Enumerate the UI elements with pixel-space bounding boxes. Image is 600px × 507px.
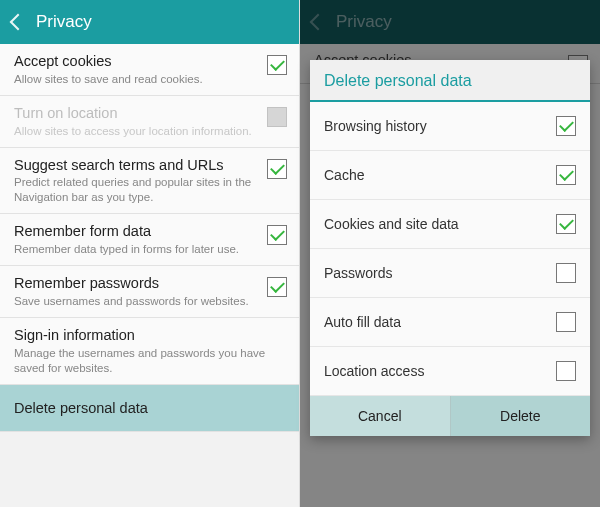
dialog-item-autofill[interactable]: Auto fill data (310, 298, 590, 347)
dialog-item-passwords[interactable]: Passwords (310, 249, 590, 298)
checkbox-icon[interactable] (556, 312, 576, 332)
setting-sub: Manage the usernames and passwords you h… (14, 346, 279, 376)
setting-title: Suggest search terms and URLs (14, 156, 259, 175)
privacy-settings-pane: Privacy Accept cookies Allow sites to sa… (0, 0, 300, 507)
setting-sub: Allow sites to access your location info… (14, 124, 259, 139)
page-title: Privacy (36, 12, 92, 32)
dialog-item-location-access[interactable]: Location access (310, 347, 590, 396)
setting-sub: Remember data typed in forms for later u… (14, 242, 259, 257)
dialog-title: Delete personal data (310, 60, 590, 102)
dialog-item-cookies[interactable]: Cookies and site data (310, 200, 590, 249)
checkbox-icon (267, 107, 287, 127)
settings-list: Accept cookies Allow sites to save and r… (0, 44, 299, 432)
checkbox-icon[interactable] (556, 214, 576, 234)
setting-title: Turn on location (14, 104, 259, 123)
setting-delete-personal-data[interactable]: Delete personal data (0, 385, 299, 433)
setting-title: Remember form data (14, 222, 259, 241)
checkbox-icon[interactable] (556, 263, 576, 283)
checkbox-icon[interactable] (556, 361, 576, 381)
setting-title: Delete personal data (14, 399, 279, 418)
checkbox-icon[interactable] (267, 277, 287, 297)
setting-accept-cookies[interactable]: Accept cookies Allow sites to save and r… (0, 44, 299, 96)
checkbox-icon[interactable] (267, 225, 287, 245)
setting-title: Sign-in information (14, 326, 279, 345)
checkbox-icon[interactable] (267, 55, 287, 75)
cancel-button[interactable]: Cancel (310, 396, 451, 436)
setting-remember-form-data[interactable]: Remember form data Remember data typed i… (0, 214, 299, 266)
checkbox-icon[interactable] (556, 165, 576, 185)
checkbox-icon[interactable] (267, 159, 287, 179)
back-icon[interactable] (10, 14, 27, 31)
dialog-item-browsing-history[interactable]: Browsing history (310, 102, 590, 151)
setting-remember-passwords[interactable]: Remember passwords Save usernames and pa… (0, 266, 299, 318)
setting-sub: Save usernames and passwords for website… (14, 294, 259, 309)
setting-suggest-search[interactable]: Suggest search terms and URLs Predict re… (0, 148, 299, 215)
dialog-item-label: Auto fill data (324, 314, 556, 330)
setting-sub: Allow sites to save and read cookies. (14, 72, 259, 87)
dialog-item-label: Location access (324, 363, 556, 379)
action-bar: Privacy (0, 0, 299, 44)
dialog-item-label: Cache (324, 167, 556, 183)
privacy-delete-dialog-pane: Privacy Accept cookies Delete personal d… (300, 0, 600, 507)
delete-personal-data-dialog: Delete personal data Browsing history Ca… (310, 60, 590, 436)
setting-turn-on-location: Turn on location Allow sites to access y… (0, 96, 299, 148)
setting-title: Remember passwords (14, 274, 259, 293)
dialog-item-label: Browsing history (324, 118, 556, 134)
dialog-item-label: Passwords (324, 265, 556, 281)
setting-title: Accept cookies (14, 52, 259, 71)
setting-sign-in-info[interactable]: Sign-in information Manage the usernames… (0, 318, 299, 385)
setting-sub: Predict related queries and popular site… (14, 175, 259, 205)
delete-button[interactable]: Delete (451, 396, 591, 436)
dialog-item-cache[interactable]: Cache (310, 151, 590, 200)
checkbox-icon[interactable] (556, 116, 576, 136)
dialog-item-label: Cookies and site data (324, 216, 556, 232)
dialog-button-row: Cancel Delete (310, 396, 590, 436)
